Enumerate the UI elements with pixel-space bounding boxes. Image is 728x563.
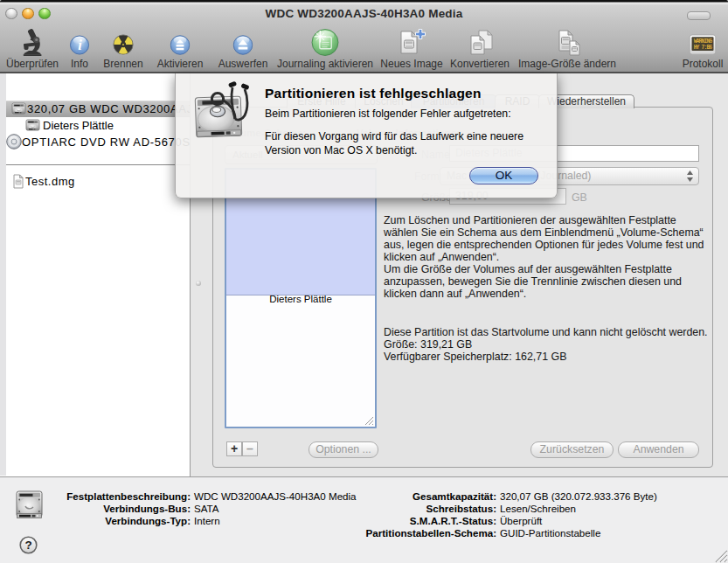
svg-text:i: i <box>78 37 82 53</box>
svg-text:HY 7:B6: HY 7:B6 <box>694 45 713 51</box>
svg-text:?: ? <box>24 539 31 552</box>
svg-text:WARNING: WARNING <box>694 38 713 45</box>
